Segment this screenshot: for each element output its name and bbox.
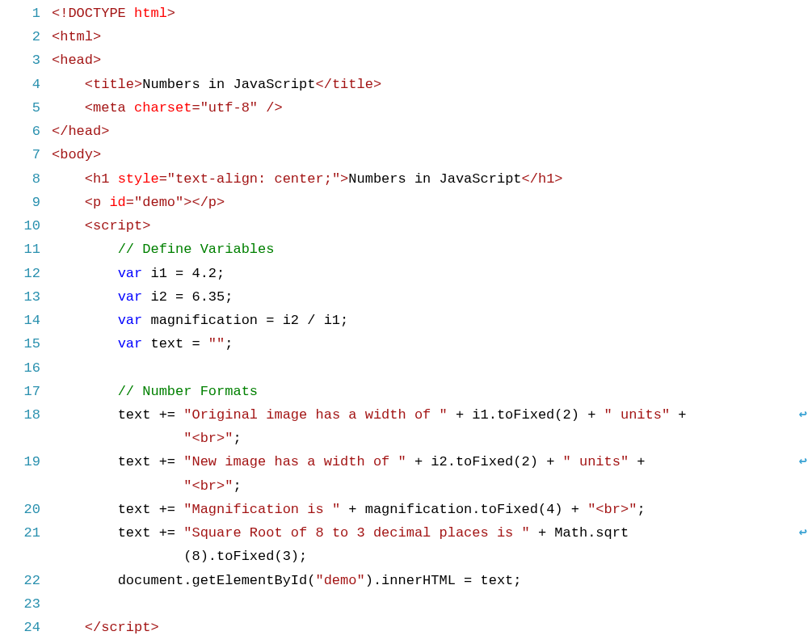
code-token: <title> — [85, 77, 142, 92]
line-number: 19 — [0, 450, 40, 474]
line-wrap-icon: ↩ — [799, 521, 807, 545]
code-token: <meta — [85, 100, 134, 116]
code-token: + magnification.toFixed(4) + — [340, 502, 587, 517]
code-line-continuation[interactable]: "<br>"; — [52, 474, 812, 498]
line-number: 10 — [0, 214, 40, 238]
code-token: > — [167, 6, 175, 21]
code-token: magnification = i2 / i1; — [142, 313, 348, 328]
code-line[interactable]: document.getElementById("demo").innerHTM… — [52, 569, 812, 592]
line-number: 7 — [0, 143, 40, 166]
line-number: 15 — [0, 332, 40, 356]
code-line[interactable]: // Number Formats — [52, 380, 812, 403]
code-token: text += — [118, 454, 184, 469]
code-token: ></p> — [183, 195, 225, 210]
code-line[interactable]: <script> — [52, 214, 812, 238]
code-line[interactable]: var i1 = 4.2; — [52, 262, 812, 285]
code-token: <head> — [52, 53, 101, 68]
code-token: var — [118, 336, 143, 351]
code-token: var — [118, 313, 143, 328]
line-number: 21 — [0, 521, 40, 545]
code-line[interactable]: <html> — [52, 25, 812, 48]
code-token: Numbers in JavaScript — [348, 171, 521, 187]
code-token: var — [118, 289, 143, 305]
code-line[interactable]: </script> — [52, 616, 812, 639]
code-token: </h1> — [522, 171, 563, 187]
code-token: "text-align: center;" — [167, 171, 340, 187]
code-line-continuation[interactable]: "<br>"; — [52, 427, 812, 450]
line-number: 14 — [0, 309, 40, 332]
code-token: + i1.toFixed(2) + — [448, 407, 604, 423]
code-line[interactable]: text += "New image has a width of " + i2… — [52, 450, 812, 474]
code-token: text += — [118, 525, 184, 541]
line-number: 4 — [0, 73, 40, 96]
code-token: /> — [258, 100, 283, 116]
line-number: 23 — [0, 592, 40, 616]
code-token: style — [118, 171, 159, 187]
code-line[interactable]: // Define Variables — [52, 238, 812, 261]
code-token: </title> — [315, 77, 381, 92]
line-number-blank — [0, 427, 40, 450]
code-token: // Number Formats — [118, 384, 258, 399]
code-token: text += — [118, 407, 184, 423]
line-number: 1 — [0, 2, 40, 25]
line-number: 5 — [0, 96, 40, 120]
line-number: 12 — [0, 262, 40, 285]
code-line[interactable]: </body> — [52, 639, 812, 644]
line-number: 3 — [0, 48, 40, 72]
line-number-blank — [0, 474, 40, 498]
code-token: <script> — [85, 218, 151, 234]
line-number: 8 — [0, 167, 40, 191]
code-token: "<br>" — [183, 431, 233, 446]
code-line[interactable]: var text = ""; — [52, 332, 812, 356]
code-line[interactable]: <!DOCTYPE html> — [52, 2, 812, 25]
code-line[interactable]: <h1 style="text-align: center;">Numbers … — [52, 167, 812, 191]
line-number: 17 — [0, 380, 40, 403]
code-token: "New image has a width of " — [183, 454, 406, 469]
line-number: 9 — [0, 191, 40, 214]
code-token: = — [191, 100, 200, 116]
code-line[interactable]: <head> — [52, 48, 812, 72]
code-line[interactable]: text += "Magnification is " + magnificat… — [52, 498, 812, 521]
code-token: "Square Root of 8 to 3 decimal places is… — [183, 525, 529, 541]
code-line[interactable]: text += "Square Root of 8 to 3 decimal p… — [52, 521, 812, 545]
code-line[interactable]: text += "Original image has a width of "… — [52, 403, 812, 427]
line-number: 18 — [0, 403, 40, 427]
code-line[interactable]: <body> — [52, 143, 812, 166]
code-token: </script> — [85, 620, 159, 635]
code-line[interactable]: var magnification = i2 / i1; — [52, 309, 812, 332]
code-line[interactable]: </head> — [52, 120, 812, 143]
code-token: "utf-8" — [200, 100, 258, 116]
line-number: 24 — [0, 616, 40, 639]
code-token: i2 = 6.35; — [142, 289, 233, 305]
code-line-continuation[interactable]: (8).toFixed(3); — [52, 545, 812, 568]
code-editor[interactable]: 1234567891011121314151617181920212223242… — [0, 0, 812, 644]
code-token: ).innerHTML = text; — [365, 573, 522, 588]
code-line[interactable] — [52, 356, 812, 380]
code-token: "<br>" — [183, 478, 233, 494]
code-token: + — [670, 407, 695, 423]
code-token: <p — [85, 195, 110, 210]
code-line[interactable]: <meta charset="utf-8" /> — [52, 96, 812, 120]
line-number: 6 — [0, 120, 40, 143]
code-token: text = — [142, 336, 208, 351]
code-token: <!DOCTYPE — [52, 6, 134, 21]
code-token: ; — [225, 336, 233, 351]
code-token: ; — [233, 431, 241, 446]
code-line[interactable]: <title>Numbers in JavaScript</title> — [52, 73, 812, 96]
code-area[interactable]: <!DOCTYPE html><html><head> <title>Numbe… — [52, 2, 812, 644]
code-token: <html> — [52, 29, 101, 44]
code-token: "<br>" — [587, 502, 637, 517]
code-line[interactable]: var i2 = 6.35; — [52, 285, 812, 309]
code-line[interactable]: <p id="demo"></p> — [52, 191, 812, 214]
code-token: ; — [233, 478, 241, 494]
code-token: </head> — [52, 124, 109, 139]
line-number-blank — [0, 545, 40, 568]
code-token: text += — [118, 502, 184, 517]
code-token: <h1 — [85, 171, 118, 187]
line-number: 25 — [0, 639, 40, 644]
code-token: "" — [208, 336, 225, 351]
code-token: document.getElementById( — [118, 573, 316, 588]
code-token: ; — [637, 502, 645, 517]
code-line[interactable] — [52, 592, 812, 616]
code-token: charset — [134, 100, 191, 116]
